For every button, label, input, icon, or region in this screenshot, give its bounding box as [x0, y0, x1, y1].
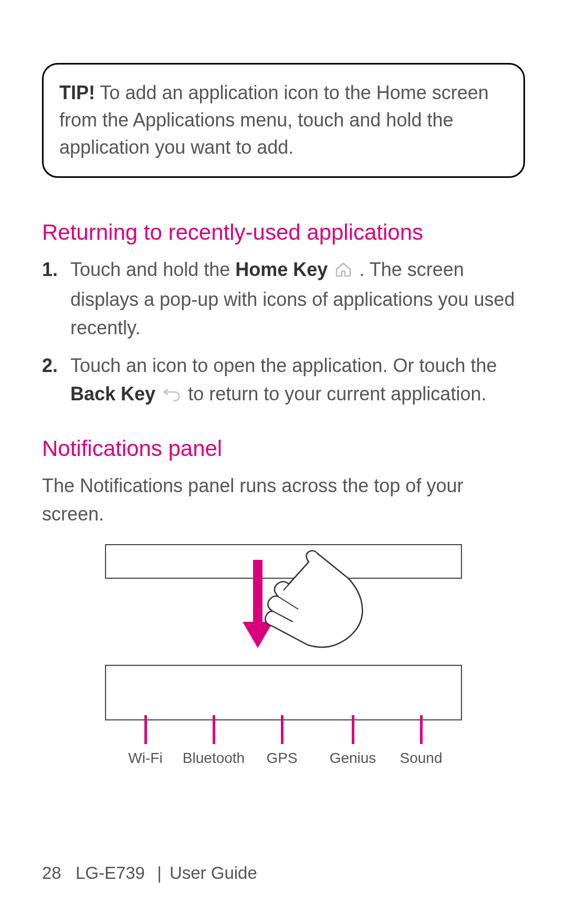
step-text-b: to return to your current application. [183, 383, 486, 405]
tick-bluetooth [213, 715, 215, 744]
panel-bar-illustration [105, 665, 462, 720]
tip-label: TIP! [59, 82, 95, 103]
footer-separator: | [157, 863, 162, 883]
heading-recent-apps: Returning to recently-used applications [42, 220, 525, 245]
pointing-hand-icon [257, 547, 368, 654]
tip-box: TIP! To add an application icon to the H… [42, 63, 525, 178]
step-number: 2. [42, 352, 58, 380]
step-2: 2. Touch an icon to open the application… [42, 352, 525, 410]
back-key-icon [162, 381, 181, 410]
steps-list: 1. Touch and hold the Home Key . The scr… [42, 256, 525, 410]
step-number: 1. [42, 256, 58, 284]
step-1: 1. Touch and hold the Home Key . The scr… [42, 256, 525, 342]
notifications-para: The Notifications panel runs across the … [42, 472, 525, 528]
home-key-icon [334, 257, 352, 285]
page-number: 28 [42, 863, 61, 883]
notifications-diagram: Wi-Fi Bluetooth GPS Genius Sound [42, 544, 525, 771]
page-footer: 28 LG-E739 | User Guide [42, 863, 257, 883]
label-bluetooth: Bluetooth [183, 750, 245, 767]
step-text-a: Touch and hold the [70, 259, 235, 280]
labels-row: Wi-Fi Bluetooth GPS Genius Sound [105, 750, 462, 771]
tip-text: To add an application icon to the Home s… [59, 82, 489, 158]
label-gps: GPS [266, 750, 297, 767]
tick-gps [281, 715, 284, 744]
heading-notifications-panel: Notifications panel [42, 436, 525, 461]
label-wifi: Wi-Fi [128, 750, 162, 767]
device-model: LG-E739 [76, 863, 145, 883]
step-text-a: Touch an icon to open the application. O… [70, 355, 497, 376]
doc-title: User Guide [170, 863, 257, 883]
step-text-strong: Back Key [70, 383, 155, 405]
diagram-top-row [105, 544, 462, 665]
label-genius: Genius [330, 750, 376, 767]
tick-sound [420, 715, 423, 744]
tick-wifi [144, 715, 147, 744]
tick-row [105, 720, 462, 747]
tick-genius [352, 715, 354, 744]
step-text-strong: Home Key [235, 259, 328, 280]
label-sound: Sound [400, 750, 443, 767]
